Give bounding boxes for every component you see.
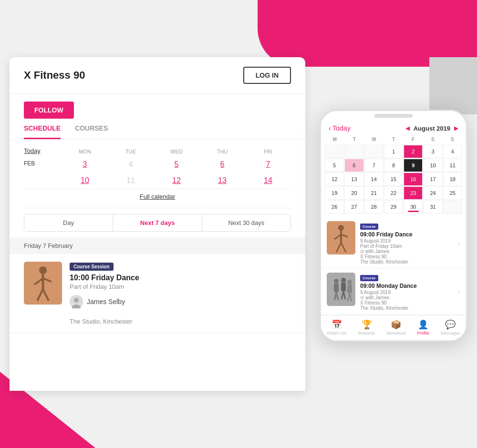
phone-thumb-1-svg bbox=[327, 221, 355, 255]
cal-cell-15[interactable]: 15 bbox=[384, 173, 403, 186]
date-7[interactable]: 7 bbox=[245, 160, 291, 169]
page-title: X Fitness 90 bbox=[24, 69, 85, 81]
full-calendar-link[interactable]: Full calendar bbox=[10, 193, 305, 200]
view-buttons: Day Next 7 days Next 30 days bbox=[24, 214, 291, 232]
cal-cell-12[interactable]: 12 bbox=[325, 173, 344, 186]
view-next30-button[interactable]: Next 30 days bbox=[202, 214, 290, 231]
cal-cell-26[interactable]: 26 bbox=[325, 200, 344, 214]
cal-cell-29[interactable]: 29 bbox=[384, 200, 403, 214]
phone-notch bbox=[321, 111, 466, 121]
calendar-dates-row1: 3 4 5 6 7 bbox=[62, 158, 291, 169]
view-day-button[interactable]: Day bbox=[24, 214, 113, 231]
instructor-name: James Selby bbox=[87, 298, 125, 305]
cal-cell-24[interactable]: 24 bbox=[423, 186, 442, 200]
cal-cell-27[interactable]: 27 bbox=[344, 200, 363, 214]
cal-cell-3[interactable]: 3 bbox=[423, 145, 442, 158]
cal-cell-20[interactable]: 20 bbox=[344, 186, 363, 200]
phone-event-1[interactable]: Course 09:00 Friday Dance 9 August 2019 … bbox=[321, 217, 466, 269]
phone-thumb-2-svg bbox=[327, 273, 355, 306]
date-14[interactable]: 14 bbox=[245, 176, 291, 185]
cal-cell-7[interactable]: 7 bbox=[364, 159, 384, 172]
date-10[interactable]: 10 bbox=[62, 176, 108, 185]
follow-button[interactable]: FOLLOW bbox=[24, 102, 74, 119]
phone-event-1-loc: The Studio, Kinchester bbox=[360, 259, 453, 265]
bg-gray-shape bbox=[429, 57, 477, 114]
cal-cell-11[interactable]: 11 bbox=[443, 159, 462, 172]
month-label: FEB bbox=[24, 160, 62, 167]
cal-cell-1[interactable]: 1 bbox=[384, 145, 403, 158]
tabs: SCHEDULE COURSES bbox=[10, 119, 305, 140]
phone-event-2[interactable]: Course 09:00 Monday Dance 9 August 2019 … bbox=[321, 269, 466, 315]
date-3[interactable]: 3 bbox=[62, 160, 108, 169]
cal-cell-10[interactable]: 10 bbox=[423, 159, 442, 172]
phone-event-1-chevron: › bbox=[458, 239, 460, 247]
newsfeed-icon: 📦 bbox=[391, 319, 401, 330]
phone-cal-next[interactable]: ▶ bbox=[454, 125, 458, 132]
phone-cal-nav-arrows: ◀ August 2019 ▶ bbox=[405, 125, 458, 132]
cal-cell-5[interactable]: 5 bbox=[325, 159, 344, 172]
phone-notch-bar bbox=[374, 114, 413, 118]
cal-cell-14[interactable]: 14 bbox=[364, 173, 384, 186]
date-13[interactable]: 13 bbox=[199, 176, 245, 185]
svg-point-26 bbox=[347, 280, 352, 285]
cal-cell-18[interactable]: 18 bbox=[443, 173, 462, 186]
cal-cell-23[interactable]: 23 bbox=[404, 186, 423, 200]
login-button[interactable]: LOG IN bbox=[243, 67, 291, 84]
cal-cell-25[interactable]: 25 bbox=[443, 186, 462, 200]
cal-cell-13[interactable]: 13 bbox=[344, 173, 363, 186]
phone-cal-header: ‹ Today ◀ August 2019 ▶ bbox=[321, 121, 466, 136]
weekday-t1: T bbox=[344, 136, 364, 143]
calendar-row-2: 10 11 12 13 14 bbox=[10, 174, 305, 185]
cal-cell-21[interactable]: 21 bbox=[364, 186, 384, 200]
bg-pink-shape bbox=[258, 0, 477, 67]
svg-point-11 bbox=[338, 225, 344, 231]
web-panel: X Fitness 90 LOG IN FOLLOW SCHEDULE COUR… bbox=[10, 57, 305, 391]
event-badge: Course Session bbox=[70, 263, 114, 271]
event-details: Course Session 10:00 Friday Dance Part o… bbox=[70, 262, 291, 325]
view-next7-button[interactable]: Next 7 days bbox=[113, 214, 201, 231]
cal-cell-17[interactable]: 17 bbox=[423, 173, 442, 186]
day-name-tue: TUE bbox=[108, 149, 154, 154]
cal-cell-30[interactable]: 30 bbox=[404, 200, 423, 214]
phone-event-1-title: 09:00 Friday Dance bbox=[360, 231, 453, 238]
phone-nav-whatson[interactable]: 📅 What's On bbox=[327, 319, 347, 336]
phone-nav-messages[interactable]: 💬 Messages bbox=[441, 319, 460, 336]
svg-point-22 bbox=[341, 278, 346, 283]
event-image bbox=[24, 262, 62, 305]
phone-nav-profile[interactable]: 👤 Profile bbox=[417, 319, 429, 336]
phone-cal-weekdays: M T W T F S S bbox=[325, 136, 462, 143]
phone-back-button[interactable]: ‹ Today bbox=[329, 124, 351, 132]
phone-nav-newsfeed[interactable]: 📦 Newsfeed bbox=[386, 319, 405, 336]
today-label[interactable]: Today bbox=[24, 147, 62, 154]
phone-event-2-chevron: › bbox=[458, 288, 460, 295]
cal-cell-empty1 bbox=[325, 145, 344, 158]
cal-cell-2[interactable]: 2 bbox=[404, 145, 423, 158]
calendar-header: Today MON TUE WED THU FRI bbox=[10, 140, 305, 158]
date-5[interactable]: 5 bbox=[154, 160, 199, 169]
weekday-s2: S bbox=[443, 136, 462, 143]
phone-event-1-gym: X Fitness 90 bbox=[360, 254, 453, 259]
cal-cell-4[interactable]: 4 bbox=[443, 145, 462, 158]
whatson-icon: 📅 bbox=[332, 319, 342, 330]
cal-cell-28[interactable]: 28 bbox=[364, 200, 384, 214]
date-12[interactable]: 12 bbox=[154, 176, 199, 185]
day-name-mon: MON bbox=[62, 149, 108, 154]
cal-cell-22[interactable]: 22 bbox=[384, 186, 403, 200]
tab-schedule[interactable]: SCHEDULE bbox=[24, 119, 61, 139]
web-header: X Fitness 90 LOG IN bbox=[10, 57, 305, 94]
phone-event-2-date: 9 August 2019 bbox=[360, 290, 453, 295]
calendar-divider bbox=[24, 189, 291, 189]
tab-courses[interactable]: COURSES bbox=[75, 119, 108, 139]
svg-point-8 bbox=[74, 298, 79, 303]
phone-nav-rewards[interactable]: 🏆 Rewards bbox=[358, 319, 375, 336]
cal-cell-empty3 bbox=[364, 145, 384, 158]
cal-cell-8[interactable]: 8 bbox=[384, 159, 403, 172]
date-6[interactable]: 6 bbox=[199, 160, 245, 169]
phone-cal-prev[interactable]: ◀ bbox=[405, 125, 410, 132]
cal-cell-6[interactable]: 6 bbox=[344, 159, 363, 172]
profile-icon: 👤 bbox=[418, 319, 428, 330]
cal-cell-31[interactable]: 31 bbox=[423, 200, 442, 214]
cal-cell-9-today[interactable]: 9 bbox=[404, 159, 423, 172]
cal-cell-16[interactable]: 16 bbox=[404, 173, 423, 186]
cal-cell-19[interactable]: 19 bbox=[325, 186, 344, 200]
